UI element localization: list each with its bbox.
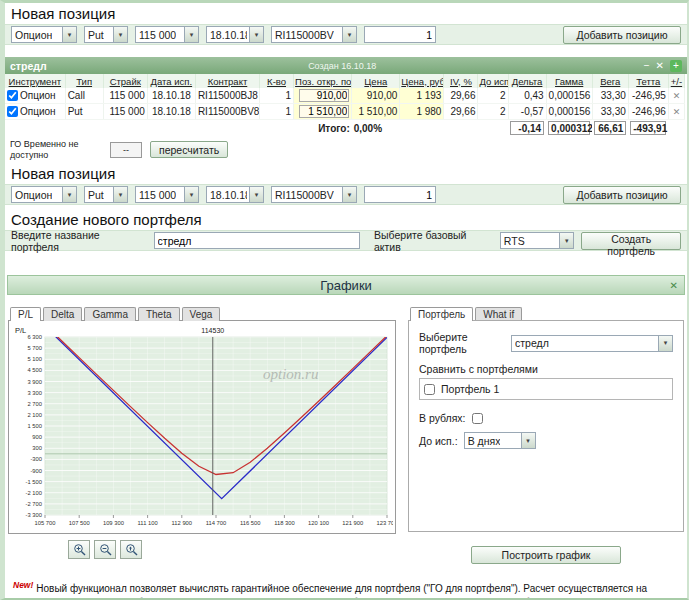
new-position-title-bottom: Новая позиция [11, 165, 687, 182]
new-position-controls-bottom: Опцион ▾ Put ▾ 115 000 ▾ 18.10.18 ▾ RI11… [5, 184, 687, 205]
row-type: Put [65, 104, 103, 120]
totals-row: Итого: 0,00% -0,14 0,000312 66,61 -493,9… [5, 120, 685, 137]
col-header[interactable]: К-во [260, 74, 294, 88]
portfolio-select[interactable]: стредл ▾ [511, 335, 673, 352]
svg-text:4 500: 4 500 [27, 367, 42, 373]
col-header[interactable]: Гамма [546, 74, 592, 88]
svg-text:-3 300: -3 300 [26, 512, 42, 518]
svg-text:114530: 114530 [201, 327, 224, 334]
col-header[interactable]: Тетта [628, 74, 668, 88]
add-icon[interactable]: + [670, 60, 682, 72]
tab-what-if[interactable]: What if [475, 307, 522, 321]
tab-theta[interactable]: Theta [138, 307, 180, 321]
tab-pl[interactable]: P/L [10, 307, 41, 321]
contract-select[interactable]: RI115000BV ▾ [271, 26, 357, 43]
quantity-input-bottom[interactable] [364, 186, 436, 203]
collapse-icon[interactable]: − [644, 61, 650, 71]
close-icon[interactable]: ✕ [670, 280, 678, 291]
col-header[interactable]: Дельта [508, 74, 546, 88]
contract-select-bottom[interactable]: RI115000BV ▾ [271, 186, 357, 203]
svg-text:6 300: 6 300 [27, 334, 42, 340]
position-row: Опцион Put 115 000 18.10.18 RI115000BV8 … [5, 104, 685, 120]
col-header[interactable]: Дата исп. [147, 74, 195, 88]
row-expiry: 18.10.18 [147, 104, 195, 120]
row-checkbox[interactable] [7, 106, 18, 117]
col-header[interactable]: Цена, руб. [400, 74, 444, 88]
footer-note: New!Новый функционал позволяет вычислять… [5, 580, 685, 600]
col-header[interactable]: Контракт [195, 74, 259, 88]
option-type-select-bottom[interactable]: Put ▾ [84, 186, 128, 203]
delete-row-icon[interactable]: ✕ [673, 107, 681, 117]
expiry-select-bottom[interactable]: 18.10.18 ▾ [206, 186, 264, 203]
build-chart-button[interactable]: Построить график [471, 546, 621, 564]
charts-area: P/L Delta Gamma Theta Vega option.ru1145… [5, 307, 687, 564]
chevron-down-icon: ▾ [113, 27, 127, 42]
svg-text:107 500: 107 500 [69, 520, 90, 526]
rubles-label: В рублях: [419, 412, 466, 424]
svg-text:111 100: 111 100 [138, 520, 158, 526]
col-header: +/- [668, 74, 684, 88]
col-header[interactable]: Инструмент [5, 74, 65, 88]
portfolio-panel: Портфель What if Выберите портфель стред… [408, 307, 684, 564]
tab-portfolio[interactable]: Портфель [410, 307, 473, 321]
pos-open-input[interactable] [299, 105, 349, 118]
base-asset-select[interactable]: RTS ▾ [500, 232, 574, 249]
col-header[interactable]: Тип [65, 74, 103, 88]
tab-gamma[interactable]: Gamma [84, 307, 136, 321]
chevron-down-icon: ▾ [184, 27, 198, 42]
until-exp-select[interactable]: В днях ▾ [464, 432, 536, 449]
strike-select[interactable]: 115 000 ▾ [135, 26, 199, 43]
portfolio-name: стредл [10, 60, 47, 72]
svg-text:option.ru: option.ru [263, 366, 318, 382]
quantity-input[interactable] [364, 26, 436, 43]
col-header[interactable]: Вега [592, 74, 628, 88]
tab-delta[interactable]: Delta [43, 307, 82, 321]
rubles-checkbox[interactable] [472, 413, 483, 424]
strike-select-bottom[interactable]: 115 000 ▾ [135, 186, 199, 203]
col-header[interactable]: Страйк [103, 74, 147, 88]
row-qty: 1 [260, 88, 294, 104]
svg-text:123 700: 123 700 [377, 520, 393, 526]
tab-vega[interactable]: Vega [182, 307, 221, 321]
svg-text:120 100: 120 100 [308, 520, 329, 526]
svg-text:2 700: 2 700 [27, 401, 42, 407]
add-position-button[interactable]: Добавить позицию [563, 26, 681, 44]
row-checkbox[interactable] [7, 90, 18, 101]
portfolio-select-value: стредл [515, 337, 549, 349]
portfolio-name-input[interactable] [154, 232, 360, 249]
add-position-button-bottom[interactable]: Добавить позицию [563, 186, 681, 204]
row-instrument: Опцион [20, 106, 56, 117]
recalculate-button[interactable]: пересчитать [150, 141, 228, 158]
zoom-in-button[interactable] [68, 540, 90, 559]
row-vega: 33,30 [592, 88, 628, 104]
zoom-pan-icon [125, 543, 138, 556]
col-header[interactable]: IV, % [444, 74, 478, 88]
create-portfolio-button[interactable]: Создать портфель [581, 232, 681, 250]
row-iv: 29,66 [444, 88, 478, 104]
delete-row-icon[interactable]: ✕ [673, 91, 681, 101]
pl-chart-svg: option.ru1145306 3005 7005 1004 5003 900… [11, 323, 393, 529]
zoom-out-button[interactable] [94, 540, 116, 559]
expiry-select-value: 18.10.18 [210, 29, 247, 41]
svg-text:900: 900 [32, 434, 42, 440]
expiry-select[interactable]: 18.10.18 ▾ [206, 26, 264, 43]
zoom-pan-button[interactable] [120, 540, 142, 559]
col-header[interactable]: До исп. [478, 74, 508, 88]
row-type: Call [65, 88, 103, 104]
compare-portfolio-checkbox[interactable] [424, 384, 435, 395]
col-header[interactable]: Поз. откр. по [294, 74, 352, 88]
instrument-select-bottom[interactable]: Опцион ▾ [11, 186, 77, 203]
option-type-select[interactable]: Put ▾ [84, 26, 128, 43]
svg-text:2 100: 2 100 [27, 412, 42, 418]
instrument-select[interactable]: Опцион ▾ [11, 26, 77, 43]
until-exp-select-value: В днях [468, 435, 501, 447]
col-header[interactable]: Цена [352, 74, 400, 88]
row-iv: 29,66 [444, 104, 478, 120]
charts-header: Графики ✕ [7, 275, 685, 295]
strike-select-value: 115 000 [139, 29, 176, 41]
svg-text:-2 700: -2 700 [26, 501, 42, 507]
panel-content: Выберите портфель стредл ▾ Сравнить с по… [408, 320, 684, 532]
row-strike: 115 000 [103, 104, 147, 120]
pos-open-input[interactable] [299, 89, 349, 102]
close-icon[interactable]: ✕ [656, 61, 664, 71]
